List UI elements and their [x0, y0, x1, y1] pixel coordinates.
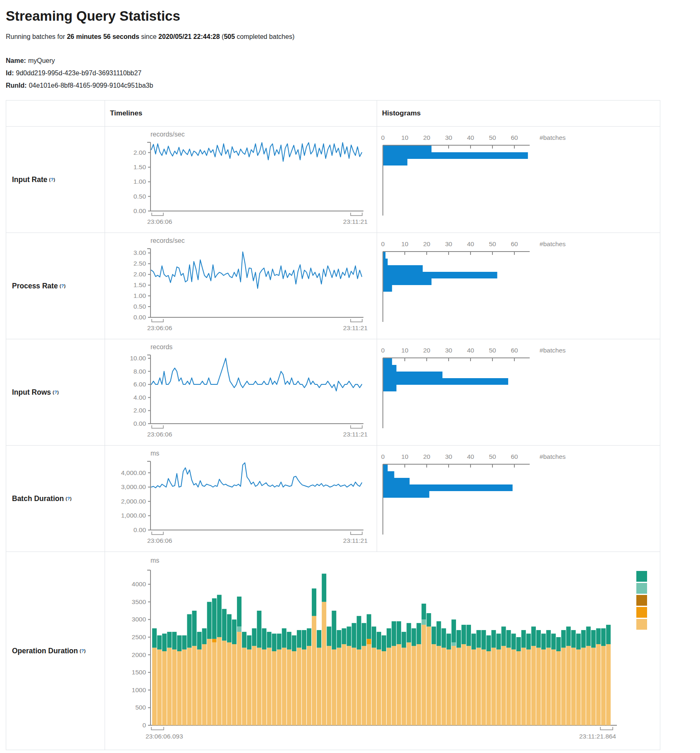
legend-swatch-1[interactable]: [636, 583, 647, 594]
header-timelines: Timelines: [105, 101, 377, 126]
table-row: Batch Duration (?) ms0.001,000.002,000.0…: [6, 446, 660, 552]
svg-text:10: 10: [401, 240, 409, 247]
svg-text:10.00: 10.00: [130, 355, 146, 362]
query-name-value: myQuery: [28, 57, 55, 64]
summary-prefix: Running batches for: [6, 33, 67, 40]
svg-text:1000: 1000: [132, 686, 146, 693]
row-label-batch-duration: Batch Duration (?): [6, 446, 105, 552]
row-label-text: Input Rate: [12, 175, 48, 184]
svg-text:0: 0: [381, 134, 385, 141]
svg-text:#batches: #batches: [540, 134, 566, 141]
svg-text:0.00: 0.00: [134, 420, 146, 427]
summary-paren: (: [220, 33, 224, 40]
svg-text:40: 40: [467, 240, 474, 247]
svg-text:30: 30: [445, 347, 452, 354]
svg-text:10: 10: [401, 453, 409, 460]
svg-text:23:11:21: 23:11:21: [343, 218, 368, 225]
svg-text:0.00: 0.00: [134, 526, 146, 533]
legend-swatch-3[interactable]: [636, 607, 647, 618]
svg-text:0.00: 0.00: [134, 314, 146, 321]
query-runid-label: RunId:: [6, 82, 27, 89]
summary-duration: 26 minutes 56 seconds: [67, 33, 139, 40]
input-rows-histogram-chart: 0102030405060#batches: [377, 339, 659, 445]
svg-text:40: 40: [467, 347, 474, 354]
page-title: Streaming Query Statistics: [6, 8, 694, 24]
process-rate-histogram-chart: 0102030405060#batches: [377, 233, 659, 339]
svg-text:2.00: 2.00: [134, 407, 146, 414]
svg-text:0.50: 0.50: [134, 303, 146, 310]
query-name-label: Name:: [6, 57, 26, 64]
svg-text:23:11:21: 23:11:21: [343, 431, 368, 438]
svg-text:4,000.00: 4,000.00: [121, 469, 146, 476]
svg-text:#batches: #batches: [540, 347, 566, 354]
svg-text:2000: 2000: [132, 651, 146, 658]
svg-text:2,000.00: 2,000.00: [121, 498, 146, 505]
running-batches-summary: Running batches for 26 minutes 56 second…: [6, 33, 694, 41]
svg-text:records/sec: records/sec: [151, 237, 185, 244]
svg-text:2.00: 2.00: [134, 271, 146, 278]
query-id-value: 9d0dd219-995d-423e-b97d-36931110bb27: [16, 70, 142, 77]
help-tooltip-icon[interactable]: (?): [49, 177, 55, 182]
svg-text:60: 60: [511, 134, 518, 141]
svg-text:records/sec: records/sec: [151, 131, 185, 138]
svg-text:1.00: 1.00: [134, 178, 146, 185]
svg-text:records: records: [151, 343, 172, 350]
svg-text:ms: ms: [151, 450, 159, 457]
svg-text:3.00: 3.00: [134, 249, 146, 256]
svg-text:50: 50: [489, 347, 496, 354]
table-row: Operation Duration (?) ms050010001500200…: [6, 552, 660, 750]
help-tooltip-icon[interactable]: (?): [65, 496, 72, 501]
query-id-label: Id:: [6, 70, 14, 77]
help-tooltip-icon[interactable]: (?): [79, 648, 86, 653]
legend-swatch-4[interactable]: [636, 619, 647, 630]
table-row: Input Rows (?) records0.002.004.006.008.…: [6, 339, 660, 446]
svg-text:0.50: 0.50: [134, 193, 146, 200]
legend-swatch-0[interactable]: [636, 571, 647, 582]
svg-text:6.00: 6.00: [134, 381, 146, 388]
svg-text:10: 10: [401, 347, 409, 354]
svg-text:23:06:06: 23:06:06: [147, 537, 172, 544]
query-name-line: Name:myQuery: [6, 57, 694, 65]
operation-duration-stacked-chart: ms0500100015002000250030003500400023:06:…: [105, 552, 659, 750]
table-header-row: Timelines Histograms: [6, 101, 660, 127]
svg-text:500: 500: [135, 704, 146, 711]
header-histograms: Histograms: [377, 101, 659, 126]
svg-text:40: 40: [467, 453, 474, 460]
svg-text:50: 50: [489, 134, 496, 141]
query-runid-value: 04e101e6-8bf8-4165-9099-9104c951ba3b: [29, 82, 153, 89]
svg-text:0: 0: [381, 347, 385, 354]
svg-text:2.50: 2.50: [134, 260, 146, 267]
svg-text:50: 50: [489, 240, 496, 247]
svg-text:20: 20: [423, 453, 430, 460]
input-rows-timeline-chart: records0.002.004.006.008.0010.0023:06:06…: [105, 339, 377, 445]
svg-text:60: 60: [511, 453, 518, 460]
svg-text:60: 60: [511, 240, 518, 247]
svg-text:23:06:06: 23:06:06: [147, 324, 172, 331]
svg-text:#batches: #batches: [540, 453, 566, 460]
streaming-query-statistics-page: Streaming Query Statistics Running batch…: [0, 0, 700, 753]
svg-text:4.00: 4.00: [134, 394, 146, 401]
svg-text:3,000.00: 3,000.00: [121, 483, 146, 490]
input-rate-timeline-chart: records/sec0.000.501.001.502.0023:06:062…: [105, 127, 377, 233]
svg-text:50: 50: [489, 453, 496, 460]
header-empty-cell: [6, 101, 105, 126]
help-tooltip-icon[interactable]: (?): [53, 390, 59, 395]
row-label-text: Batch Duration: [12, 494, 64, 503]
summary-start-time: 2020/05/21 22:44:28: [158, 33, 220, 40]
batch-duration-histogram-chart: 0102030405060#batches: [377, 446, 659, 552]
svg-text:60: 60: [511, 347, 518, 354]
svg-text:8.00: 8.00: [134, 368, 146, 375]
svg-text:0: 0: [381, 240, 385, 247]
row-label-text: Process Rate: [12, 282, 58, 290]
row-label-input-rows: Input Rows (?): [6, 339, 105, 445]
help-tooltip-icon[interactable]: (?): [60, 283, 66, 288]
process-rate-timeline-chart: records/sec0.000.501.001.502.002.503.002…: [105, 233, 377, 339]
svg-text:1.50: 1.50: [134, 163, 146, 170]
svg-text:30: 30: [445, 134, 452, 141]
svg-text:0.00: 0.00: [134, 207, 146, 214]
svg-text:10: 10: [401, 134, 409, 141]
svg-text:30: 30: [445, 240, 452, 247]
legend-swatch-2[interactable]: [636, 595, 647, 606]
svg-text:0: 0: [142, 722, 146, 729]
summary-since: since: [139, 33, 158, 40]
